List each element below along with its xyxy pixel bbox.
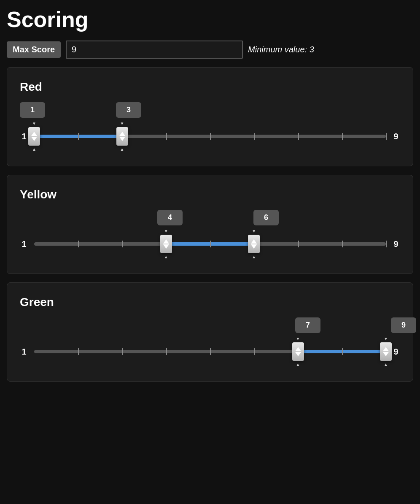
tick-5 xyxy=(298,241,299,247)
tick-1 xyxy=(122,241,123,247)
section-yellow: Yellow4619 xyxy=(7,175,413,274)
green-max-label: 9 xyxy=(392,347,400,357)
min-value-text: Minimum value: 3 xyxy=(248,45,314,54)
red-thumb2[interactable] xyxy=(116,127,128,146)
yellow-badge-row: 46 xyxy=(20,210,400,225)
tick-2 xyxy=(166,133,167,140)
tick-4 xyxy=(254,133,255,140)
green-thumb2[interactable] xyxy=(380,342,392,361)
max-score-row: Max Score Minimum value: 3 xyxy=(7,41,413,59)
green-thumb2-badge: 9 xyxy=(391,317,416,333)
yellow-slider-row: 19 xyxy=(20,231,400,257)
red-title: Red xyxy=(20,80,400,94)
tick-7 xyxy=(386,241,387,247)
tick-4 xyxy=(254,348,255,355)
tick-7 xyxy=(386,133,387,140)
yellow-thumb2-badge: 6 xyxy=(253,210,279,225)
tick-3 xyxy=(210,241,211,247)
yellow-thumb1[interactable] xyxy=(160,235,172,253)
section-green: Green7919 xyxy=(7,282,413,382)
green-slider[interactable] xyxy=(34,339,386,364)
red-max-label: 9 xyxy=(392,132,400,141)
page-title: Scoring xyxy=(7,7,413,32)
tick-0 xyxy=(78,241,79,247)
tick-0 xyxy=(78,133,79,140)
tick-6 xyxy=(342,348,343,355)
max-score-label: Max Score xyxy=(7,41,61,58)
red-min-label: 1 xyxy=(20,132,28,141)
yellow-max-label: 9 xyxy=(392,239,400,249)
yellow-min-label: 1 xyxy=(20,239,28,249)
red-badge-row: 13 xyxy=(20,102,400,118)
yellow-thumb2[interactable] xyxy=(248,235,260,253)
green-slider-row: 19 xyxy=(20,339,400,364)
yellow-slider[interactable] xyxy=(34,231,386,257)
yellow-thumb1-badge: 4 xyxy=(157,210,183,225)
red-slider-row: 19 xyxy=(20,124,400,149)
tick-3 xyxy=(210,133,211,140)
red-thumb1-badge: 1 xyxy=(20,102,45,118)
tick-3 xyxy=(210,348,211,355)
max-score-input[interactable] xyxy=(66,41,243,59)
tick-0 xyxy=(78,348,79,355)
red-thumb1[interactable] xyxy=(28,127,40,146)
green-badge-row: 79 xyxy=(20,317,400,333)
green-thumb1-badge: 7 xyxy=(295,317,320,333)
yellow-title: Yellow xyxy=(20,188,400,201)
tick-1 xyxy=(122,348,123,355)
section-red: Red1319 xyxy=(7,67,413,166)
tick-6 xyxy=(342,241,343,247)
red-slider[interactable] xyxy=(34,124,386,149)
tick-5 xyxy=(298,133,299,140)
tick-6 xyxy=(342,133,343,140)
green-thumb1[interactable] xyxy=(292,342,304,361)
green-title: Green xyxy=(20,295,400,309)
red-thumb2-badge: 3 xyxy=(116,102,141,118)
green-min-label: 1 xyxy=(20,347,28,357)
tick-2 xyxy=(166,348,167,355)
